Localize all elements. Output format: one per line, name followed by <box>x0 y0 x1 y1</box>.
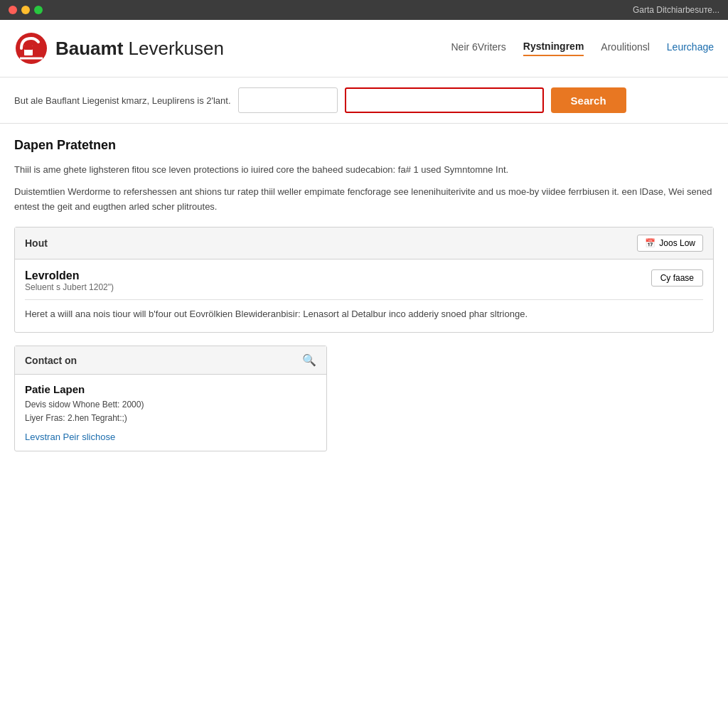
contact-detail-2: Liyer Fras: 2.hen Tegraht:;) <box>25 412 316 425</box>
nav-item-leurchage[interactable]: Leurchage <box>667 41 714 55</box>
contact-name: Patie Lapen <box>25 383 316 395</box>
contact-header-title: Contact on <box>25 355 77 366</box>
section-action-label: Joos Low <box>659 238 695 248</box>
logo-area: Bauamt Leverkusen <box>14 31 224 65</box>
page-title: Dapen Pratetnen <box>14 138 714 153</box>
item-info: Levrolden Seluent s Jubert 1202") <box>25 269 114 292</box>
section-body: Levrolden Seluent s Jubert 1202") Cy faa… <box>15 259 713 332</box>
section-card: Hout 📅 Joos Low Levrolden Seluent s Jube… <box>14 227 714 333</box>
nav-item-aroulitionsl[interactable]: Aroulitionsl <box>601 41 649 55</box>
titlebar-user-text: Garta Ditchiarbesuте... <box>633 5 719 15</box>
calendar-icon: 📅 <box>645 238 655 248</box>
titlebar-buttons <box>9 6 43 14</box>
search-input-large[interactable] <box>345 87 544 113</box>
nav-item-neir[interactable]: Neir 6Vriters <box>451 41 505 55</box>
search-input-small[interactable] <box>238 87 338 113</box>
search-label: But ale Bauflant Liegenist kmarz, Leupli… <box>14 95 231 106</box>
minimize-button[interactable] <box>21 6 30 14</box>
contact-header: Contact on 🔍 <box>15 346 326 375</box>
header: Bauamt Leverkusen Neir 6Vriters Rystning… <box>0 20 728 77</box>
section-header: Hout 📅 Joos Low <box>15 228 713 259</box>
logo-normal: Leverkusen <box>123 38 224 59</box>
item-title: Levrolden <box>25 269 114 282</box>
contact-detail-1: Devis sidow Whone Bett: 2000) <box>25 398 316 412</box>
logo-text: Bauamt Leverkusen <box>55 38 224 60</box>
logo-bold: Bauamt <box>55 38 123 59</box>
browser-content: Bauamt Leverkusen Neir 6Vriters Rystning… <box>0 20 728 728</box>
contact-section: Contact on 🔍 Patie Lapen Devis sidow Who… <box>14 346 327 451</box>
description-text-1: Thiil is ame ghete lighsteren fitou sce … <box>14 163 714 178</box>
main-nav: Neir 6Vriters Rystningrem Aroulitionsl L… <box>451 41 714 56</box>
item-row: Levrolden Seluent s Jubert 1202") Cy faa… <box>25 269 703 292</box>
search-button[interactable]: Search <box>551 87 626 113</box>
item-subtitle: Seluent s Jubert 1202") <box>25 282 114 292</box>
contact-body: Patie Lapen Devis sidow Whone Bett: 2000… <box>15 375 326 450</box>
maximize-button[interactable] <box>34 6 43 14</box>
description-text-2: Duistemtlien Werdorme to refershessen an… <box>14 185 714 215</box>
contact-link[interactable]: Levstran Peir slichose <box>25 432 115 442</box>
item-action-button[interactable]: Cy faase <box>651 269 703 287</box>
item-description: Heret a wiill ana nois tiour will b'four… <box>25 307 703 322</box>
page-content: Dapen Pratetnen Thiil is ame ghete lighs… <box>0 124 728 466</box>
logo-icon <box>14 31 48 65</box>
section-header-title: Hout <box>25 237 48 249</box>
close-button[interactable] <box>9 6 17 14</box>
section-action-button[interactable]: 📅 Joos Low <box>637 235 703 252</box>
search-icon[interactable]: 🔍 <box>302 353 316 367</box>
search-bar-area: But ale Bauflant Liegenist kmarz, Leupli… <box>0 77 728 124</box>
svg-rect-2 <box>24 46 33 50</box>
titlebar: Garta Ditchiarbesuте... <box>0 0 728 20</box>
nav-item-rystningrem[interactable]: Rystningrem <box>523 41 584 56</box>
item-divider <box>25 299 703 300</box>
